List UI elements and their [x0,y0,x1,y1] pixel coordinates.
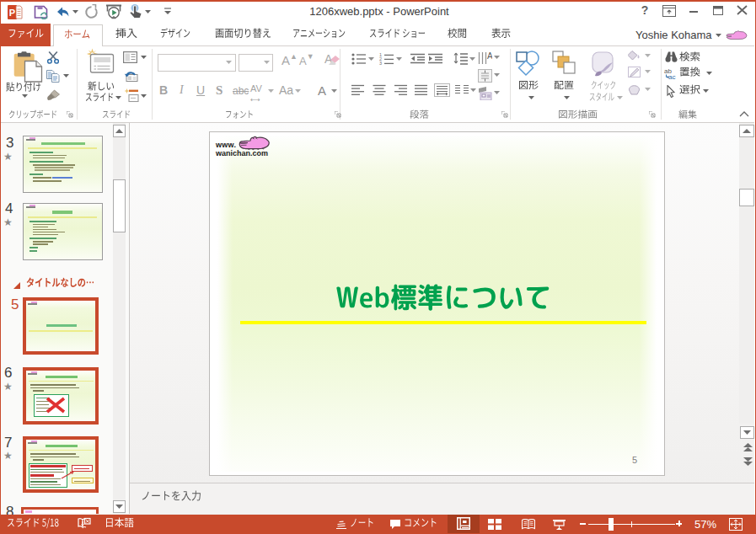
svg-text:3: 3 [379,61,382,66]
svg-text:P: P [9,8,15,18]
svg-text:ac: ac [668,73,675,80]
svg-text:A: A [487,51,492,61]
